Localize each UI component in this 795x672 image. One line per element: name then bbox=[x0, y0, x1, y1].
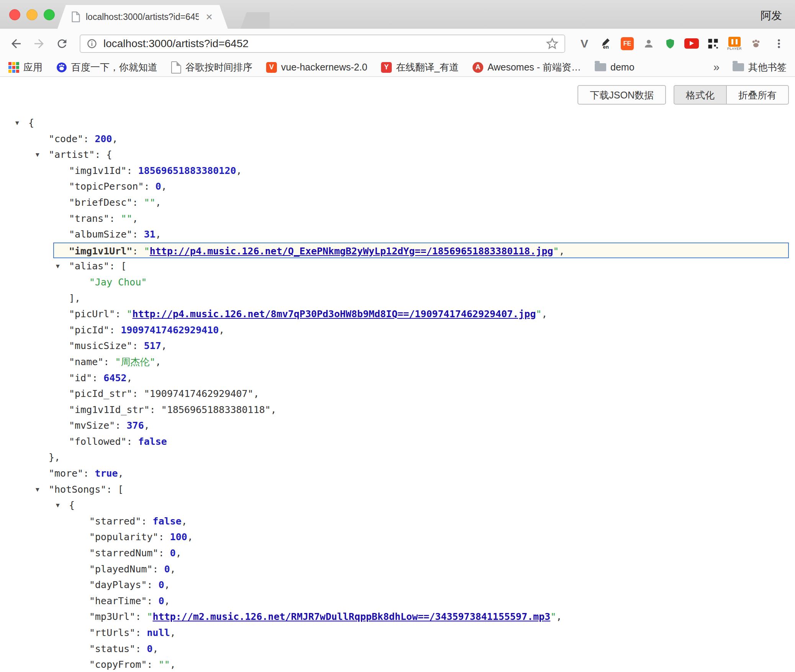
fullscreen-window-button[interactable] bbox=[44, 9, 55, 20]
json-line: "copyFrom": "", bbox=[0, 657, 795, 672]
folder-icon bbox=[595, 63, 606, 71]
bookmark-label: 谷歌按时间排序 bbox=[185, 61, 252, 74]
json-line: ▼"alias": [ bbox=[0, 258, 795, 274]
json-token: : [ bbox=[109, 261, 126, 272]
page-content: 下载JSON数据 格式化 折叠所有 ▼{"code": 200,▼"artist… bbox=[0, 77, 795, 672]
json-token: , bbox=[118, 468, 124, 479]
browser-menu-icon[interactable] bbox=[771, 36, 787, 51]
json-line: "starredNum": 0, bbox=[0, 545, 795, 561]
close-window-button[interactable] bbox=[9, 9, 20, 20]
json-token: : bbox=[132, 197, 144, 208]
back-icon[interactable] bbox=[8, 36, 24, 51]
json-token: 0 bbox=[170, 547, 176, 559]
reload-icon[interactable] bbox=[54, 36, 70, 51]
bookmark-youdao-translate[interactable]: Y 在线翻译_有道 bbox=[381, 61, 459, 74]
json-key: "code" bbox=[49, 133, 83, 144]
json-token: , bbox=[155, 197, 161, 208]
bookmark-label: vue-hackernews-2.0 bbox=[281, 62, 367, 73]
json-token: " bbox=[550, 611, 556, 622]
minimize-window-button[interactable] bbox=[26, 9, 38, 20]
fe-extension-icon[interactable]: FE bbox=[620, 35, 635, 52]
json-key: "briefDesc" bbox=[69, 197, 132, 208]
new-tab-button[interactable] bbox=[240, 12, 270, 29]
tab-strip: localhost:3000/artists?id=645 × 阿发 bbox=[0, 0, 795, 29]
json-token: : bbox=[147, 579, 159, 590]
bookmark-label: 其他书签 bbox=[748, 61, 787, 74]
json-token: 517 bbox=[144, 340, 161, 351]
json-token: "周杰伦" bbox=[115, 356, 155, 367]
json-token: , bbox=[127, 372, 132, 384]
json-key: "img1v1Id" bbox=[69, 165, 127, 176]
qr-extension-icon[interactable] bbox=[705, 35, 721, 52]
json-line: "mvSize": 376, bbox=[0, 418, 795, 434]
page-info-icon[interactable] bbox=[87, 38, 97, 49]
json-token: : bbox=[144, 181, 155, 192]
bookmarks-overflow-icon[interactable]: » bbox=[713, 61, 720, 74]
json-line-highlighted: "img1v1Url": "http://p4.music.126.net/Q_… bbox=[53, 243, 789, 259]
translate-pen-icon[interactable]: en bbox=[598, 35, 613, 52]
json-toolbar: 下载JSON数据 格式化 折叠所有 bbox=[577, 85, 789, 105]
json-line: "popularity": 100, bbox=[0, 529, 795, 545]
bookmark-demo-folder[interactable]: demo bbox=[595, 62, 635, 73]
browser-tab[interactable]: localhost:3000/artists?id=645 × bbox=[57, 5, 228, 29]
forward-icon[interactable] bbox=[31, 36, 47, 51]
bookmark-baidu[interactable]: 百度一下，你就知道 bbox=[56, 61, 157, 74]
json-link[interactable]: http://p4.music.126.net/Q_ExePNkmgB2yWyL… bbox=[150, 246, 553, 257]
json-link[interactable]: http://p4.music.126.net/8mv7qP30Pd3oHW8b… bbox=[132, 308, 536, 320]
download-json-button[interactable]: 下载JSON数据 bbox=[577, 85, 666, 105]
json-line: "briefDesc": "", bbox=[0, 195, 795, 211]
json-key: "img1v1Id_str" bbox=[69, 404, 150, 415]
vimium-extension-icon[interactable]: V bbox=[577, 35, 592, 52]
shield-extension-icon[interactable] bbox=[662, 35, 678, 52]
collapse-arrow-icon[interactable]: ▼ bbox=[56, 497, 60, 513]
json-token: : bbox=[159, 531, 170, 543]
collapse-all-button[interactable]: 折叠所有 bbox=[727, 85, 789, 105]
bookmark-awesomes[interactable]: A Awesomes - 前端资… bbox=[473, 61, 581, 74]
bookmark-label: 百度一下，你就知道 bbox=[71, 61, 157, 74]
json-line: "musicSize": 517, bbox=[0, 338, 795, 354]
folder-icon bbox=[733, 63, 744, 71]
json-token: "Jay Chou" bbox=[89, 277, 147, 288]
json-token: , bbox=[170, 627, 176, 638]
json-line: "followed": false bbox=[0, 434, 795, 450]
json-token: null bbox=[147, 627, 170, 638]
collapse-arrow-icon[interactable]: ▼ bbox=[36, 482, 39, 498]
collapse-arrow-icon[interactable]: ▼ bbox=[36, 147, 39, 163]
json-key: "id" bbox=[69, 372, 92, 384]
json-token: , bbox=[559, 246, 564, 257]
url-text[interactable]: localhost:3000/artists?id=6452 bbox=[103, 38, 546, 50]
json-line: "more": true, bbox=[0, 465, 795, 482]
json-line: "hearTime": 0, bbox=[0, 593, 795, 609]
json-token: : bbox=[127, 436, 138, 447]
bookmark-google-sort[interactable]: 谷歌按时间排序 bbox=[171, 61, 252, 74]
json-key: "status" bbox=[89, 643, 135, 654]
person-extension-icon[interactable] bbox=[641, 35, 656, 52]
other-bookmarks-folder[interactable]: 其他书签 bbox=[733, 61, 787, 74]
json-key: "mp3Url" bbox=[89, 611, 135, 622]
bookmark-label: demo bbox=[610, 62, 635, 73]
bookmark-vue-hackernews[interactable]: V vue-hackernews-2.0 bbox=[266, 62, 367, 73]
collapse-arrow-icon[interactable]: ▼ bbox=[15, 115, 19, 131]
json-key: "alias" bbox=[69, 261, 109, 272]
paw-extension-icon[interactable] bbox=[748, 35, 764, 52]
window-controls bbox=[9, 9, 55, 20]
json-token: " bbox=[144, 246, 150, 257]
bookmark-star-icon[interactable] bbox=[546, 38, 558, 50]
json-token: , bbox=[144, 420, 150, 431]
json-line: ▼{ bbox=[0, 497, 795, 513]
json-link[interactable]: http://m2.music.126.net/RMJR7wDullRqppBk… bbox=[153, 611, 551, 622]
json-line: }, bbox=[0, 449, 795, 465]
json-token: , bbox=[112, 133, 118, 144]
address-bar[interactable]: localhost:3000/artists?id=6452 bbox=[80, 34, 565, 53]
tab-close-icon[interactable]: × bbox=[204, 11, 214, 23]
youtube-extension-icon[interactable] bbox=[684, 35, 699, 52]
json-token: : bbox=[109, 325, 121, 336]
format-button[interactable]: 格式化 bbox=[674, 85, 727, 105]
player-extension-icon[interactable]: PLAYER bbox=[727, 35, 742, 52]
json-token: " bbox=[147, 611, 153, 622]
collapse-arrow-icon[interactable]: ▼ bbox=[56, 258, 60, 274]
json-token: , bbox=[556, 611, 562, 622]
json-key: "popularity" bbox=[89, 531, 159, 543]
bookmark-apps[interactable]: 应用 bbox=[8, 61, 43, 74]
json-key: "musicSize" bbox=[69, 340, 132, 351]
